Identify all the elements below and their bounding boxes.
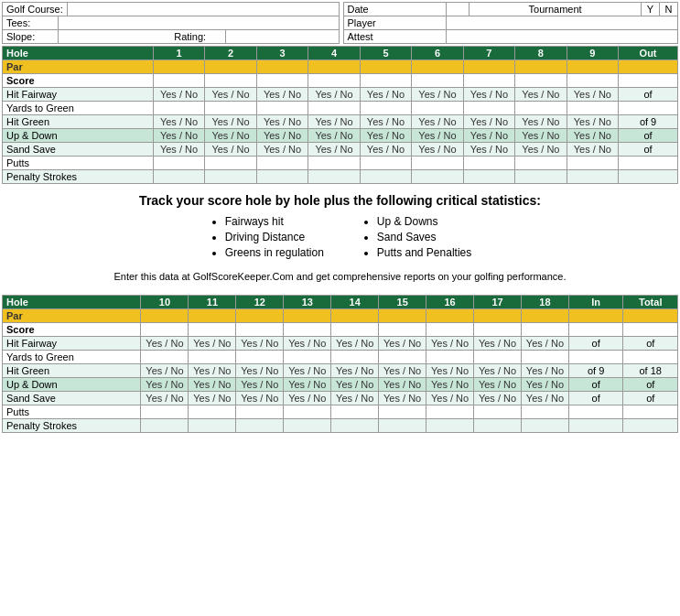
bytg-17[interactable]	[474, 351, 522, 364]
ss-1[interactable]: Yes / No	[153, 143, 204, 157]
pen-8[interactable]	[515, 170, 567, 184]
par-4[interactable]	[308, 60, 360, 74]
ud-9[interactable]: Yes / No	[567, 129, 618, 143]
bpar-11[interactable]	[189, 309, 236, 323]
par-6[interactable]	[412, 60, 463, 74]
score-1[interactable]	[153, 74, 204, 88]
hf-2[interactable]: Yes / No	[205, 88, 256, 102]
bud-15[interactable]: Yes / No	[379, 378, 426, 392]
ud-8[interactable]: Yes / No	[515, 129, 567, 143]
ytg-4[interactable]	[308, 102, 360, 115]
bputts-18[interactable]	[521, 405, 568, 419]
bhf-18[interactable]: Yes / No	[521, 337, 568, 351]
score-out[interactable]	[619, 74, 678, 88]
hg-8[interactable]: Yes / No	[515, 115, 567, 129]
score-5[interactable]	[360, 74, 411, 88]
tees-value[interactable]	[58, 16, 339, 29]
bputts-14[interactable]	[331, 405, 379, 419]
bpen-16[interactable]	[426, 419, 474, 433]
bpen-14[interactable]	[331, 419, 379, 433]
bytg-12[interactable]	[236, 351, 284, 364]
hg-2[interactable]: Yes / No	[205, 115, 256, 129]
ss-3[interactable]: Yes / No	[256, 143, 308, 157]
bputts-16[interactable]	[426, 405, 474, 419]
pen-3[interactable]	[256, 170, 308, 184]
bytg-11[interactable]	[189, 351, 236, 364]
score-9[interactable]	[567, 74, 618, 88]
bpar-in[interactable]	[568, 309, 623, 323]
bytg-16[interactable]	[426, 351, 474, 364]
bss-14[interactable]: Yes / No	[331, 392, 379, 405]
bud-14[interactable]: Yes / No	[331, 378, 379, 392]
bputts-17[interactable]	[474, 405, 522, 419]
hf-3[interactable]: Yes / No	[256, 88, 308, 102]
pen-6[interactable]	[412, 170, 463, 184]
par-8[interactable]	[515, 60, 567, 74]
ytg-6[interactable]	[412, 102, 463, 115]
bhg-18[interactable]: Yes / No	[521, 364, 568, 378]
bhg-17[interactable]: Yes / No	[474, 364, 522, 378]
ss-8[interactable]: Yes / No	[515, 143, 567, 157]
bss-12[interactable]: Yes / No	[236, 392, 284, 405]
score-6[interactable]	[412, 74, 463, 88]
ud-2[interactable]: Yes / No	[205, 129, 256, 143]
bhf-10[interactable]: Yes / No	[141, 337, 189, 351]
hg-6[interactable]: Yes / No	[412, 115, 463, 129]
ss-6[interactable]: Yes / No	[412, 143, 463, 157]
bpen-18[interactable]	[521, 419, 568, 433]
ss-5[interactable]: Yes / No	[360, 143, 411, 157]
par-out[interactable]	[619, 60, 678, 74]
bud-18[interactable]: Yes / No	[521, 378, 568, 392]
bss-11[interactable]: Yes / No	[189, 392, 236, 405]
bpar-total[interactable]	[623, 309, 678, 323]
par-7[interactable]	[463, 60, 514, 74]
putts-6[interactable]	[412, 157, 463, 170]
putts-9[interactable]	[567, 157, 618, 170]
hg-5[interactable]: Yes / No	[360, 115, 411, 129]
ss-4[interactable]: Yes / No	[308, 143, 360, 157]
putts-2[interactable]	[205, 157, 256, 170]
bscore-10[interactable]	[141, 323, 189, 337]
bputts-15[interactable]	[379, 405, 426, 419]
hf-5[interactable]: Yes / No	[360, 88, 411, 102]
bscore-17[interactable]	[474, 323, 522, 337]
bputts-11[interactable]	[189, 405, 236, 419]
hf-1[interactable]: Yes / No	[153, 88, 204, 102]
bud-10[interactable]: Yes / No	[141, 378, 189, 392]
par-5[interactable]	[360, 60, 411, 74]
ytg-9[interactable]	[567, 102, 618, 115]
bpar-16[interactable]	[426, 309, 474, 323]
putts-7[interactable]	[463, 157, 514, 170]
pen-7[interactable]	[463, 170, 514, 184]
bhg-13[interactable]: Yes / No	[284, 364, 331, 378]
hf-9[interactable]: Yes / No	[567, 88, 618, 102]
slope-value[interactable]	[58, 30, 170, 43]
bpar-12[interactable]	[236, 309, 284, 323]
bscore-15[interactable]	[379, 323, 426, 337]
player-value[interactable]	[446, 16, 677, 30]
hg-1[interactable]: Yes / No	[153, 115, 204, 129]
bss-10[interactable]: Yes / No	[141, 392, 189, 405]
bhg-14[interactable]: Yes / No	[331, 364, 379, 378]
bhg-11[interactable]: Yes / No	[189, 364, 236, 378]
bpar-10[interactable]	[141, 309, 189, 323]
hg-4[interactable]: Yes / No	[308, 115, 360, 129]
bscore-11[interactable]	[189, 323, 236, 337]
bytg-15[interactable]	[379, 351, 426, 364]
bputts-10[interactable]	[141, 405, 189, 419]
bscore-18[interactable]	[521, 323, 568, 337]
hf-4[interactable]: Yes / No	[308, 88, 360, 102]
pen-2[interactable]	[205, 170, 256, 184]
bytg-13[interactable]	[284, 351, 331, 364]
bud-17[interactable]: Yes / No	[474, 378, 522, 392]
ytg-2[interactable]	[205, 102, 256, 115]
putts-1[interactable]	[153, 157, 204, 170]
putts-8[interactable]	[515, 157, 567, 170]
bytg-10[interactable]	[141, 351, 189, 364]
bpen-10[interactable]	[141, 419, 189, 433]
hf-8[interactable]: Yes / No	[515, 88, 567, 102]
ss-2[interactable]: Yes / No	[205, 143, 256, 157]
bhf-13[interactable]: Yes / No	[284, 337, 331, 351]
score-4[interactable]	[308, 74, 360, 88]
ud-7[interactable]: Yes / No	[463, 129, 514, 143]
